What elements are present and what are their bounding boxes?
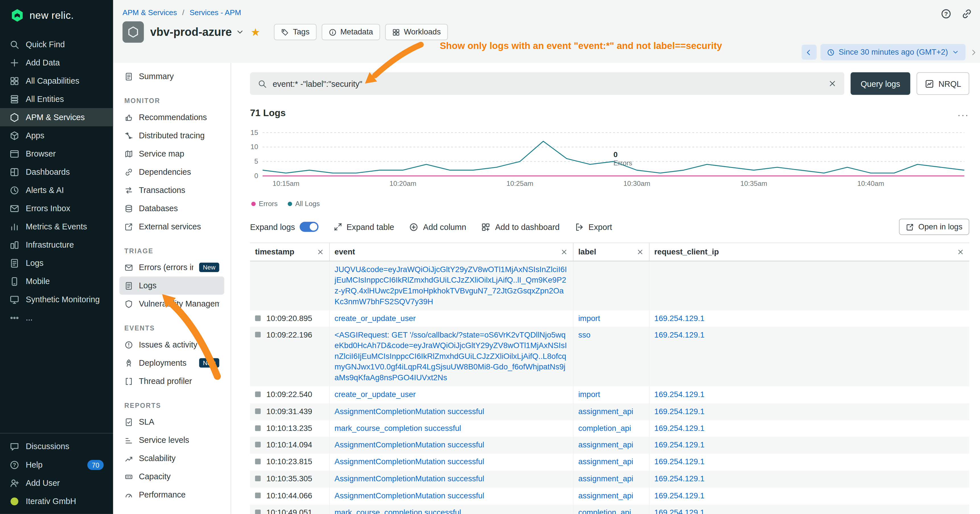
subnav-item-sla[interactable]: SLA [119, 413, 224, 431]
time-range-button[interactable]: Since 30 minutes ago (GMT+2) [820, 44, 966, 60]
row-expand-icon[interactable] [255, 509, 261, 514]
label-link[interactable]: assignment_api [578, 441, 633, 449]
table-row[interactable]: 10:09:20.895create_or_update_userimport1… [250, 310, 969, 327]
global-nav-item-apps[interactable]: Apps [0, 126, 113, 145]
table-row[interactable]: 10:10:35.305AssignmentCompletionMutation… [250, 471, 969, 487]
table-row[interactable]: 10:09:22.540create_or_update_userimport1… [250, 386, 969, 403]
global-nav-item-errors-inbox[interactable]: Errors Inbox [0, 199, 113, 218]
favorite-star-icon[interactable]: ★ [251, 27, 260, 38]
subnav-item-dependencies[interactable]: Dependencies [119, 163, 224, 181]
remove-column-icon[interactable] [636, 248, 643, 256]
legend-item-all-logs[interactable]: All Logs [288, 200, 320, 207]
subnav-item-thread-profiler[interactable]: Thread profiler [119, 372, 224, 390]
event-link[interactable]: AssignmentCompletionMutation successful [335, 441, 484, 449]
global-nav-item-iterativ-gmbh[interactable]: Iterativ GmbH [0, 492, 113, 510]
row-expand-icon[interactable] [255, 315, 261, 321]
label-link[interactable]: import [578, 314, 600, 323]
ip-link[interactable]: 169.254.129.1 [654, 491, 705, 500]
table-row[interactable]: 10:10:49.051mark_course_completion succe… [250, 504, 969, 514]
time-back-button[interactable] [802, 45, 817, 60]
global-nav-item-add-user[interactable]: Add User [0, 474, 113, 492]
subnav-item-scalability[interactable]: Scalability [119, 449, 224, 467]
row-expand-icon[interactable] [255, 476, 261, 481]
remove-column-icon[interactable] [317, 248, 324, 256]
nrql-button[interactable]: NRQL [916, 72, 969, 95]
table-row[interactable]: 10:10:44.066AssignmentCompletionMutation… [250, 487, 969, 504]
ip-link[interactable]: 169.254.129.1 [654, 314, 705, 323]
table-row[interactable]: 10:10:23.815AssignmentCompletionMutation… [250, 454, 969, 471]
global-nav-item-synthetic-monitoring[interactable]: Synthetic Monitoring [0, 290, 113, 309]
ip-link[interactable]: 169.254.129.1 [654, 441, 705, 449]
row-expand-icon[interactable] [255, 459, 261, 465]
row-expand-icon[interactable] [255, 425, 261, 431]
subnav-item-recommendations[interactable]: Recommendations [119, 108, 224, 126]
ip-link[interactable]: 169.254.129.1 [654, 407, 705, 416]
global-nav-item-quick-find[interactable]: Quick Find [0, 35, 113, 54]
event-link[interactable]: AssignmentCompletionMutation successful [335, 458, 484, 466]
subnav-item-service-map[interactable]: Service map [119, 145, 224, 163]
event-link[interactable]: JUQVU&code=eyJraWQiOiJjcGltY29yZV8wOTl1M… [335, 265, 567, 306]
table-row[interactable]: JUQVU&code=eyJraWQiOiJjcGltY29yZV8wOTl1M… [250, 261, 969, 310]
global-nav-item-more[interactable]: ... [0, 309, 113, 327]
event-link[interactable]: AssignmentCompletionMutation successful [335, 474, 484, 483]
table-row[interactable]: 10:09:22.196<ASGIRequest: GET '/sso/call… [250, 327, 969, 386]
table-row[interactable]: 10:09:31.439AssignmentCompletionMutation… [250, 403, 969, 420]
row-expand-icon[interactable] [255, 493, 261, 498]
chip-workloads[interactable]: Workloads [385, 24, 448, 40]
event-link[interactable]: create_or_update_user [335, 314, 416, 323]
global-nav-item-add-data[interactable]: Add Data [0, 54, 113, 72]
label-link[interactable]: completion_api [578, 424, 631, 433]
time-forward-button[interactable] [969, 48, 977, 56]
ip-link[interactable]: 169.254.129.1 [654, 474, 705, 483]
help-circle-icon[interactable] [940, 7, 952, 19]
subnav-item-vulnerability-management[interactable]: Vulnerability Management [119, 294, 224, 313]
query-logs-button[interactable]: Query logs [851, 72, 910, 95]
event-link[interactable]: mark_course_completion successful [335, 424, 461, 433]
subnav-item-issues-activity[interactable]: Issues & activity [119, 336, 224, 354]
label-link[interactable]: import [578, 390, 600, 399]
label-link[interactable]: assignment_api [578, 474, 633, 483]
global-nav-item-metrics-events[interactable]: Metrics & Events [0, 218, 113, 236]
subnav-item-service-levels[interactable]: Service levels [119, 431, 224, 449]
global-nav-item-all-entities[interactable]: All Entities [0, 90, 113, 108]
expand-table-button[interactable]: Expand table [333, 222, 394, 231]
subnav-item-external-services[interactable]: External services [119, 218, 224, 236]
subnav-item-logs[interactable]: Logs [119, 276, 224, 294]
permalink-icon[interactable] [961, 7, 973, 19]
event-link[interactable]: create_or_update_user [335, 390, 416, 399]
global-nav-item-apm-services[interactable]: APM & Services [0, 108, 113, 126]
ip-link[interactable]: 169.254.129.1 [654, 331, 705, 339]
expand-logs-toggle[interactable] [299, 222, 318, 232]
label-link[interactable]: sso [578, 331, 590, 339]
event-link[interactable]: <ASGIRequest: GET '/sso/callback/?state=… [335, 331, 567, 382]
logs-search-input[interactable] [273, 79, 822, 88]
add-to-dashboard-button[interactable]: Add to dashboard [481, 222, 560, 231]
remove-column-icon[interactable] [957, 248, 964, 256]
global-nav-item-dashboards[interactable]: Dashboards [0, 163, 113, 181]
global-nav-item-infrastructure[interactable]: Infrastructure [0, 236, 113, 254]
ip-link[interactable]: 169.254.129.1 [654, 390, 705, 399]
row-expand-icon[interactable] [255, 442, 261, 448]
clear-search-icon[interactable] [828, 79, 837, 88]
open-in-logs-button[interactable]: Open in logs [899, 219, 969, 235]
table-row[interactable]: 10:10:13.235mark_course_completion succe… [250, 420, 969, 437]
subnav-item-databases[interactable]: Databases [119, 199, 224, 218]
global-nav-item-discussions[interactable]: Discussions [0, 438, 113, 456]
remove-column-icon[interactable] [560, 248, 567, 256]
subnav-item-deployments[interactable]: DeploymentsNew [119, 354, 224, 372]
add-column-button[interactable]: Add column [409, 222, 466, 231]
subnav-item-distributed-tracing[interactable]: Distributed tracing [119, 126, 224, 145]
global-nav-item-help[interactable]: Help70 [0, 456, 113, 474]
export-button[interactable]: Export [575, 222, 612, 231]
label-link[interactable]: assignment_api [578, 407, 633, 416]
event-link[interactable]: AssignmentCompletionMutation successful [335, 491, 484, 500]
subnav-item-performance[interactable]: Performance [119, 486, 224, 504]
chip-metadata[interactable]: Metadata [321, 24, 380, 40]
subnav-item-capacity[interactable]: Capacity [119, 468, 224, 486]
label-link[interactable]: completion_api [578, 508, 631, 514]
breadcrumb-link-apm-services[interactable]: APM & Services [123, 8, 177, 17]
global-nav-item-browser[interactable]: Browser [0, 145, 113, 163]
subnav-item-transactions[interactable]: Transactions [119, 181, 224, 199]
ip-link[interactable]: 169.254.129.1 [654, 424, 705, 433]
breadcrumb-link-services-apm[interactable]: Services - APM [189, 8, 241, 17]
